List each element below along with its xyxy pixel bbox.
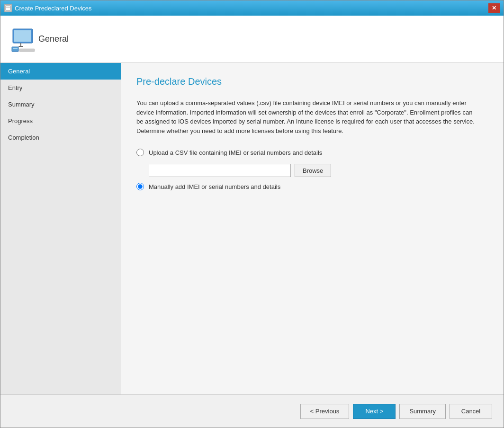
svg-rect-5 (18, 46, 23, 47)
computer-icon (10, 25, 38, 54)
svg-rect-6 (12, 47, 18, 52)
sidebar-item-summary[interactable]: Summary (0, 96, 121, 113)
window-icon (4, 4, 12, 12)
sidebar-item-completion[interactable]: Completion (0, 129, 121, 146)
manual-radio-label[interactable]: Manually add IMEI or serial numbers and … (149, 183, 280, 190)
csv-file-input[interactable] (149, 164, 291, 177)
content-area: General Entry Summary Progress Completio… (0, 63, 504, 394)
sidebar-item-general[interactable]: General (0, 63, 121, 80)
csv-radio[interactable] (136, 149, 144, 156)
sidebar-item-progress[interactable]: Progress (0, 113, 121, 129)
title-bar-left: Create Predeclared Devices (4, 4, 92, 12)
summary-button[interactable]: Summary (399, 404, 446, 419)
header-area: General (0, 16, 504, 63)
browse-button[interactable]: Browse (295, 164, 331, 177)
csv-radio-label[interactable]: Upload a CSV file containing IMEI or ser… (149, 149, 322, 156)
close-button[interactable]: ✕ (488, 3, 500, 13)
svg-rect-8 (19, 49, 35, 52)
svg-rect-0 (6, 6, 10, 10)
section-title: Pre-declare Devices (136, 76, 488, 87)
description-text: You can upload a comma-separated values … (136, 98, 477, 135)
svg-rect-3 (14, 30, 31, 42)
cancel-button[interactable]: Cancel (450, 404, 492, 419)
title-bar: Create Predeclared Devices ✕ (0, 0, 504, 16)
footer-area: < Previous Next > Summary Cancel (0, 394, 504, 428)
sidebar-item-entry[interactable]: Entry (0, 80, 121, 96)
csv-radio-option: Upload a CSV file containing IMEI or ser… (136, 149, 488, 156)
manual-radio[interactable] (136, 183, 144, 190)
main-content: Pre-declare Devices You can upload a com… (121, 63, 504, 394)
next-button[interactable]: Next > (353, 404, 396, 419)
window-title: Create Predeclared Devices (15, 5, 92, 12)
sidebar: General Entry Summary Progress Completio… (0, 63, 121, 394)
csv-input-row: Browse (149, 164, 488, 177)
header-title: General (38, 34, 69, 44)
previous-button[interactable]: < Previous (300, 404, 350, 419)
manual-radio-option: Manually add IMEI or serial numbers and … (136, 183, 488, 190)
svg-rect-7 (13, 48, 18, 49)
main-window: Create Predeclared Devices ✕ General Gen… (0, 0, 504, 428)
